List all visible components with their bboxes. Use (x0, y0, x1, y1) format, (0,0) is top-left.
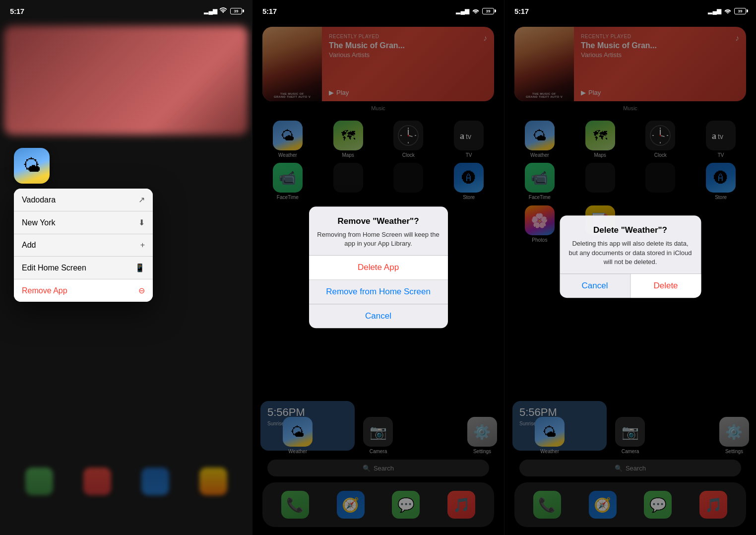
menu-item-add[interactable]: Add + (14, 234, 153, 257)
alert-title-2: Remove "Weather"? (317, 216, 440, 226)
alert-message-3: Deleting this app will also delete its d… (567, 240, 693, 267)
menu-item-remove-app[interactable]: Remove App ⊖ (14, 279, 153, 302)
status-time-3: 5:17 (514, 7, 529, 15)
blurred-icon-4 (199, 468, 227, 495)
status-bar-3: 5:17 ▂▄▆ 39 (504, 0, 756, 22)
alert-body-2: Remove "Weather"? Removing from Home Scr… (309, 206, 448, 255)
cancel-button-2[interactable]: Cancel (309, 305, 448, 329)
alert-body-3: Delete "Weather"? Deleting this app will… (560, 216, 701, 274)
menu-item-add-label: Add (22, 241, 36, 250)
weather-app-icon-1: 🌤 (14, 148, 50, 184)
menu-item-remove-label: Remove App (22, 286, 67, 295)
wifi-icon-2 (472, 7, 480, 15)
phone-icon: 📱 (135, 263, 145, 272)
status-time-1: 5:17 (10, 7, 24, 15)
menu-item-vadodara[interactable]: Vadodara ↗ (14, 189, 153, 211)
blurred-icon-2 (83, 468, 111, 495)
blurred-icon-3 (141, 468, 169, 495)
battery-icon-3: 39 (734, 8, 746, 14)
status-icons-2: ▂▄▆ 39 (456, 7, 494, 15)
wifi-icon-1 (220, 7, 228, 15)
weather-icon-emoji: 🌤 (23, 155, 41, 176)
panel-1: 5:17 ▂▄▆ 39 🌤 Vadodara ↗ New York ⬇ (0, 0, 252, 535)
status-bar-1: 5:17 ▂▄▆ 39 (0, 0, 252, 22)
delete-weather-dialog: Delete "Weather"? Deleting this app will… (560, 216, 701, 298)
delete-app-button[interactable]: Delete App (309, 256, 448, 280)
alert-message-2: Removing from Home Screen will keep the … (317, 230, 440, 248)
arrow-up-icon: ↗ (138, 195, 145, 204)
alert-title-3: Delete "Weather"? (567, 226, 693, 236)
status-icons-1: ▂▄▆ 39 (204, 7, 242, 15)
status-time-2: 5:17 (262, 7, 277, 15)
alert-actions-2: Delete App Remove from Home Screen Cance… (309, 256, 448, 329)
signal-icon-3: ▂▄▆ (708, 7, 721, 14)
signal-icon-2: ▂▄▆ (456, 7, 469, 14)
menu-item-edit-home[interactable]: Edit Home Screen 📱 (14, 257, 153, 279)
battery-icon-2: 39 (482, 8, 494, 14)
status-icons-3: ▂▄▆ 39 (708, 7, 746, 15)
menu-item-vadodara-label: Vadodara (22, 196, 56, 204)
menu-item-newyork[interactable]: New York ⬇ (14, 211, 153, 234)
remove-from-home-button[interactable]: Remove from Home Screen (309, 280, 448, 305)
remove-weather-dialog: Remove "Weather"? Removing from Home Scr… (309, 206, 448, 328)
signal-icon-1: ▂▄▆ (204, 7, 217, 14)
plus-icon: + (140, 241, 145, 250)
menu-item-edit-label: Edit Home Screen (22, 264, 86, 272)
battery-icon-1: 39 (230, 8, 242, 14)
pin-icon: ⬇ (138, 218, 145, 227)
panel1-blurred-widget (4, 26, 248, 135)
minus-circle-icon: ⊖ (138, 286, 145, 295)
alert-actions-row-3: Cancel Delete (560, 273, 701, 298)
status-bar-2: 5:17 ▂▄▆ 39 (252, 0, 504, 22)
wifi-icon-3 (724, 7, 732, 15)
context-menu: Vadodara ↗ New York ⬇ Add + Edit Home Sc… (14, 189, 153, 302)
blurred-bottom-icons (10, 468, 242, 495)
delete-button-3[interactable]: Delete (630, 274, 701, 298)
panel-3: 5:17 ▂▄▆ 39 THE MUSIC OFGRAND THEFT AUTO… (504, 0, 756, 535)
panel-2: 5:17 ▂▄▆ 39 THE MUSIC OFGRAND THEFT AUTO… (252, 0, 504, 535)
blurred-icon-1 (25, 468, 53, 495)
cancel-button-3[interactable]: Cancel (560, 274, 630, 298)
menu-item-newyork-label: New York (22, 218, 56, 227)
